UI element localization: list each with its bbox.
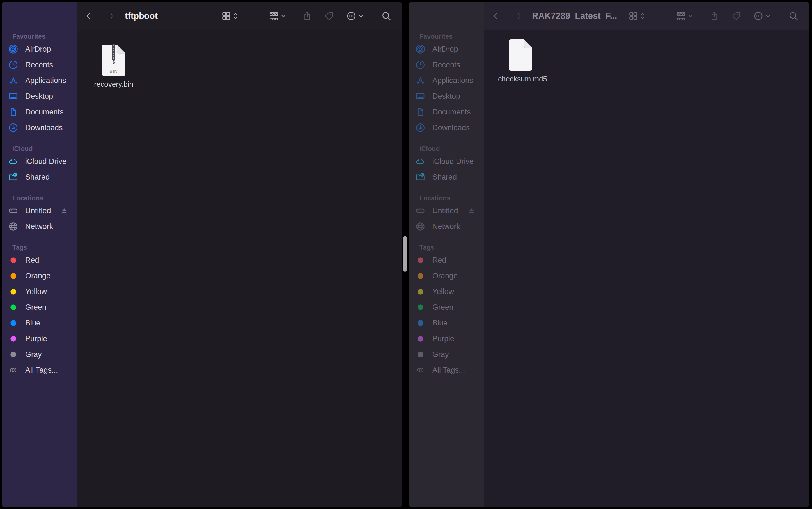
tags-button[interactable] [325,2,334,30]
sidebar-item-label: Downloads [25,124,63,132]
shared-folder-icon [415,172,425,182]
eject-icon[interactable] [468,207,475,215]
share-button[interactable] [303,2,312,30]
sidebar-item-untitled[interactable]: Untitled [2,203,77,218]
sidebar-item-green[interactable]: Green [2,299,77,315]
more-actions-button[interactable] [346,2,364,30]
tags-button[interactable] [732,2,741,30]
sidebar-item-label: Recents [432,61,460,69]
globe-icon [8,222,18,231]
sidebar-item-icloud-drive[interactable]: iCloud Drive [2,154,77,169]
grid-view-icon [222,11,231,21]
sidebar-item-label: AirDrop [432,45,458,54]
sidebar-section-favourites: Favourites [2,32,77,41]
sidebar-item-orange[interactable]: Orange [2,268,77,284]
sidebar-item-recents[interactable]: Recents [409,57,484,73]
desktop-icon [415,92,425,101]
sidebar-item-blue[interactable]: Blue [2,315,77,331]
forward-button[interactable] [107,2,116,30]
eject-icon[interactable] [61,207,68,215]
sidebar-item-applications[interactable]: Applications [2,73,77,89]
view-toggle-button[interactable] [222,2,238,30]
file-name-label: checksum.md5 [498,75,543,83]
group-by-button[interactable] [269,2,286,30]
sidebar-item-purple[interactable]: Purple [2,331,77,346]
tag-dot [415,271,425,281]
tag-dot [415,256,425,265]
search-button[interactable] [381,2,392,30]
file-recovery-bin[interactable]: BINrecovery.bin [91,44,136,89]
folder-content-area[interactable]: checksum.md5 [484,30,809,507]
view-toggle-button[interactable] [629,2,646,30]
document-icon [415,107,425,117]
sidebar-section-locations: Locations [409,194,484,202]
group-by-button[interactable] [676,2,693,30]
finder-window-rak7289: FavouritesAirDropRecentsApplicationsDesk… [409,2,809,507]
sidebar-item-documents[interactable]: Documents [409,104,484,120]
chevron-down-icon [765,13,771,19]
updown-chevrons-icon [232,12,238,20]
sidebar-item-orange[interactable]: Orange [409,268,484,284]
back-button[interactable] [84,2,93,30]
sidebar-item-label: Network [432,222,460,231]
sidebar-item-gray[interactable]: Gray [2,346,77,362]
airdrop-icon [8,44,18,54]
sidebar-section-icloud: iCloud [2,144,77,153]
sidebar-item-label: Documents [432,108,471,116]
more-actions-button[interactable] [754,2,771,30]
sidebar-item-red[interactable]: Red [409,252,484,268]
forward-button[interactable] [515,2,523,30]
vertical-scrollbar[interactable] [403,236,407,272]
sidebar-item-red[interactable]: Red [2,252,77,268]
sidebar-item-shared[interactable]: Shared [2,169,77,185]
download-icon [8,123,18,132]
sidebar-item-airdrop[interactable]: AirDrop [409,41,484,57]
chevron-down-icon [358,13,364,19]
sidebar-item-untitled[interactable]: Untitled [409,203,484,218]
tag-dot [8,271,18,281]
sidebar-item-downloads[interactable]: Downloads [2,120,77,136]
sidebar-item-yellow[interactable]: Yellow [409,284,484,299]
sidebar-item-blue[interactable]: Blue [409,315,484,331]
sidebar-item-desktop[interactable]: Desktop [409,89,484,104]
sidebar-item-label: Downloads [432,124,470,132]
clock-icon [8,60,18,70]
sidebar-item-gray[interactable]: Gray [409,346,484,362]
tag-dot [415,334,425,343]
sidebar-item-network[interactable]: Network [409,218,484,234]
sidebar-item-airdrop[interactable]: AirDrop [2,41,77,57]
chevron-right-icon [515,11,523,21]
sidebar-item-yellow[interactable]: Yellow [2,284,77,299]
sidebar-item-label: Gray [25,350,42,359]
sidebar-item-recents[interactable]: Recents [2,57,77,73]
all-tags-icon [8,365,18,375]
sidebar-item-downloads[interactable]: Downloads [409,120,484,136]
sidebar-item-label: Orange [25,272,50,280]
search-button[interactable] [788,2,799,30]
sidebar-item-applications[interactable]: Applications [409,73,484,89]
sidebar-item-documents[interactable]: Documents [2,104,77,120]
sidebar-item-desktop[interactable]: Desktop [2,89,77,104]
sidebar-item-network[interactable]: Network [2,218,77,234]
sidebar-item-label: Shared [25,173,50,181]
sidebar-item-label: All Tags... [432,366,465,375]
sidebar-item-label: Network [25,222,53,231]
folder-content-area[interactable]: BINrecovery.bin [77,30,402,507]
sidebar-item-all-tags[interactable]: All Tags... [2,362,77,378]
harddrive-icon [415,206,425,215]
file-checksum-md5[interactable]: checksum.md5 [498,39,543,83]
sidebar-item-shared[interactable]: Shared [409,169,484,185]
share-button[interactable] [710,2,719,30]
sidebar-item-purple[interactable]: Purple [409,331,484,346]
finder-toolbar: RAK7289_Latest_F... [484,2,809,30]
sidebar-item-all-tags[interactable]: All Tags... [409,362,484,378]
sidebar-item-green[interactable]: Green [409,299,484,315]
globe-icon [415,222,425,231]
airdrop-icon [415,44,425,54]
sidebar-item-label: Recents [25,61,53,69]
back-button[interactable] [492,2,500,30]
file-name-label: recovery.bin [91,80,136,89]
sidebar-item-label: Applications [25,76,66,85]
tag-dot [8,256,18,265]
sidebar-item-icloud-drive[interactable]: iCloud Drive [409,154,484,169]
